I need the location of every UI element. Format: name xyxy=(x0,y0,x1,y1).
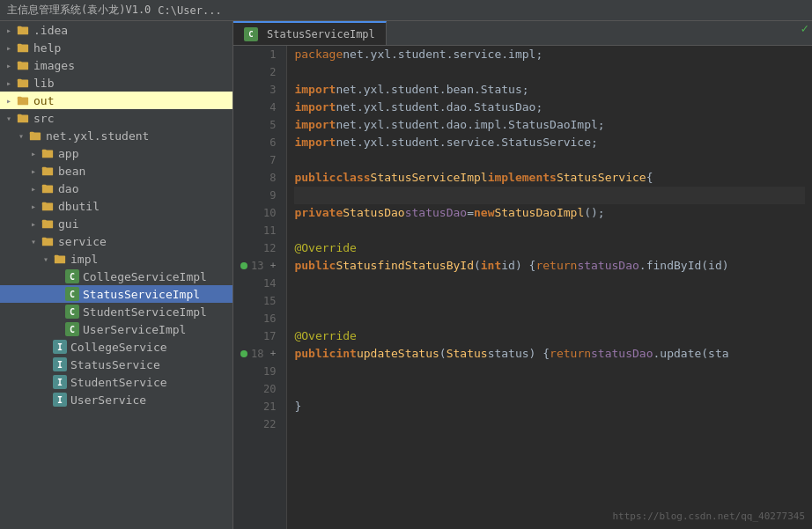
sidebar-item-StudentService[interactable]: IStudentService xyxy=(0,373,233,391)
line-number-label: 7 xyxy=(269,151,276,169)
top-bar: 主信息管理系统(袁小龙)V1.0 C:\User... xyxy=(0,0,812,21)
arrow-icon xyxy=(4,60,14,70)
sidebar-item-CollegeServiceImpl[interactable]: CCollegeServiceImpl xyxy=(0,268,233,285)
sidebar-item-label: net.yxl.student xyxy=(46,129,149,143)
sidebar-item-images[interactable]: images xyxy=(0,56,233,74)
folder-icon xyxy=(28,129,42,143)
sidebar-item-bean[interactable]: bean xyxy=(0,162,233,180)
sidebar-item-StatusServiceImpl[interactable]: CStatusServiceImpl xyxy=(0,285,233,303)
sidebar-item-label: StudentService xyxy=(70,376,167,389)
code-token: .update(sta xyxy=(653,345,729,363)
checkmark-icon: ✓ xyxy=(801,21,808,35)
code-token: findStatusById xyxy=(377,257,474,275)
sidebar-item-idea[interactable]: .idea xyxy=(0,21,233,39)
code-token: ; xyxy=(591,134,598,151)
line-number: 3 xyxy=(240,81,279,99)
code-token: return xyxy=(535,257,577,275)
code-token: net.yxl.student.service.StatusService xyxy=(336,134,591,151)
code-token: import xyxy=(294,99,336,116)
sidebar-item-service[interactable]: service xyxy=(0,232,233,250)
code-token: net.yxl.student.service.impl xyxy=(343,46,535,63)
code-fold-button[interactable]: + xyxy=(267,345,276,363)
folder-icon xyxy=(41,199,55,213)
line-number: 13+ xyxy=(240,257,279,275)
sidebar-item-help[interactable]: help xyxy=(0,39,233,56)
svg-rect-23 xyxy=(42,150,46,152)
sidebar-item-UserService[interactable]: IUserService xyxy=(0,391,233,408)
breakpoint-indicator xyxy=(240,350,247,357)
editor-tab[interactable]: CStatusServiceImpl xyxy=(233,21,387,45)
sidebar-item-src[interactable]: src xyxy=(0,109,233,127)
folder-icon xyxy=(16,23,30,37)
line-number-label: 6 xyxy=(269,134,276,151)
sidebar-item-dbutil[interactable]: dbutil xyxy=(0,197,233,215)
folder-icon xyxy=(41,217,55,231)
folder-icon xyxy=(41,234,55,248)
line-number: 20 xyxy=(240,380,279,398)
arrow-icon xyxy=(4,95,14,106)
sidebar-item-label: UserServiceImpl xyxy=(83,323,186,336)
sidebar-item-label: dao xyxy=(58,182,78,195)
line-number-label: 9 xyxy=(269,187,276,204)
svg-rect-35 xyxy=(42,220,46,223)
code-token: ( xyxy=(474,257,481,275)
sidebar-item-StudentServiceImpl[interactable]: CStudentServiceImpl xyxy=(0,303,233,320)
line-number: 11 xyxy=(240,222,279,239)
code-token: @Override xyxy=(294,239,356,257)
editor-tabs: CStatusServiceImpl xyxy=(233,21,812,46)
arrow-icon xyxy=(28,201,39,211)
line-number: 18+ xyxy=(240,345,279,363)
code-token: @Override xyxy=(294,327,356,345)
code-token: StatusDao xyxy=(343,204,404,222)
sidebar-item-label: impl xyxy=(70,253,98,266)
code-line: import net.yxl.student.dao.StatusDao; xyxy=(294,99,805,116)
i-file-icon: I xyxy=(53,375,67,389)
sidebar-item-label: StatusServiceImpl xyxy=(83,288,200,301)
line-number: 4 xyxy=(240,99,279,116)
code-token: ; xyxy=(522,81,529,99)
line-number-label: 22 xyxy=(263,415,276,433)
sidebar-item-StatusService[interactable]: IStatusService xyxy=(0,356,233,373)
code-token: net.yxl.student.dao.impl.StatusDaoImpl xyxy=(336,116,597,134)
line-number-label: 21 xyxy=(263,398,276,415)
code-token: ; xyxy=(535,46,543,63)
line-number-label: 8 xyxy=(269,169,276,187)
arrow-icon xyxy=(28,165,39,176)
folder-icon xyxy=(16,40,30,55)
sidebar-item-impl[interactable]: impl xyxy=(0,250,233,268)
sidebar-item-label: StatusService xyxy=(70,358,160,371)
code-token: .findById(id) xyxy=(639,257,729,275)
code-fold-button[interactable]: + xyxy=(267,257,276,275)
sidebar-item-label: StudentServiceImpl xyxy=(83,305,207,319)
line-number: 22 xyxy=(240,415,279,433)
line-numbers: 12345678910111213+1415161718+19202122 xyxy=(233,46,287,529)
sidebar-item-lib[interactable]: lib xyxy=(0,74,233,92)
line-number-label: 12 xyxy=(263,239,276,257)
sidebar-item-label: src xyxy=(33,112,54,125)
folder-icon xyxy=(53,252,67,266)
sidebar: .idea help images lib out src net.yxl.st… xyxy=(0,21,233,529)
sidebar-item-app[interactable]: app xyxy=(0,144,233,162)
project-title: 主信息管理系统(袁小龙)V1.0 xyxy=(7,3,151,18)
code-token: { xyxy=(646,169,653,187)
sidebar-item-label: out xyxy=(33,94,54,107)
sidebar-item-UserServiceImpl[interactable]: CUserServiceImpl xyxy=(0,320,233,338)
sidebar-item-out[interactable]: out xyxy=(0,92,233,109)
sidebar-item-CollegeService[interactable]: ICollegeService xyxy=(0,338,233,356)
editor-area: CStatusServiceImpl 12345678910111213+141… xyxy=(233,21,812,529)
code-token: Status xyxy=(336,257,377,275)
sidebar-item-dao[interactable]: dao xyxy=(0,180,233,197)
code-line xyxy=(294,292,805,310)
line-number: 5 xyxy=(240,116,279,134)
line-number: 10 xyxy=(240,204,279,222)
code-token: class xyxy=(336,169,370,187)
code-line xyxy=(294,63,805,81)
line-number: 9 xyxy=(240,187,279,204)
code-token: import xyxy=(294,81,336,99)
line-number-label: 11 xyxy=(263,222,276,239)
sidebar-item-gui[interactable]: gui xyxy=(0,215,233,232)
code-line: public class StatusServiceImpl implement… xyxy=(294,169,805,187)
sidebar-item-netyxlstudent[interactable]: net.yxl.student xyxy=(0,127,233,144)
code-token: StatusServiceImpl xyxy=(371,169,488,187)
folder-icon xyxy=(16,111,30,125)
